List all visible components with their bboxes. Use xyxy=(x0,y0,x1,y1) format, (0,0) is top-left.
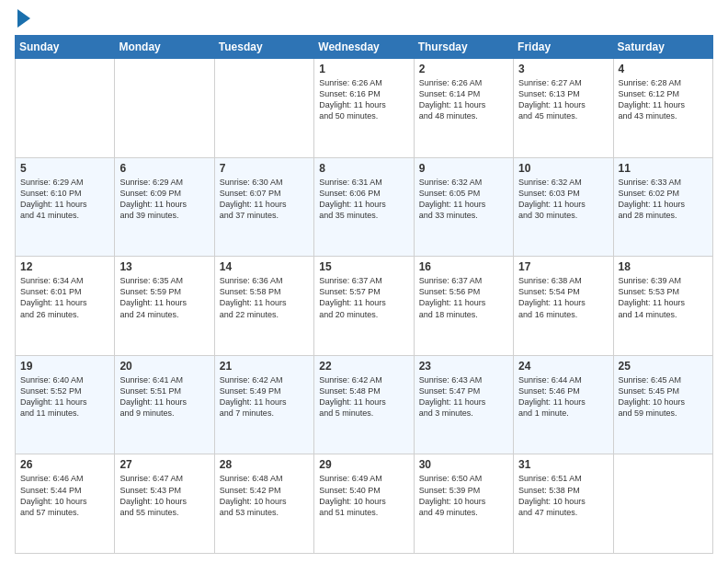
calendar-cell: 13Sunrise: 6:35 AM Sunset: 5:59 PM Dayli… xyxy=(115,257,214,356)
day-info: Sunrise: 6:51 AM Sunset: 5:38 PM Dayligh… xyxy=(518,473,608,518)
day-info: Sunrise: 6:43 AM Sunset: 5:47 PM Dayligh… xyxy=(419,374,508,419)
weekday-header-sunday: Sunday xyxy=(16,36,115,59)
weekday-header-saturday: Saturday xyxy=(613,36,712,59)
day-number: 19 xyxy=(20,360,109,373)
day-number: 10 xyxy=(518,162,608,175)
calendar-cell: 22Sunrise: 6:42 AM Sunset: 5:48 PM Dayli… xyxy=(314,355,414,454)
calendar-cell: 30Sunrise: 6:50 AM Sunset: 5:39 PM Dayli… xyxy=(414,454,513,554)
day-info: Sunrise: 6:37 AM Sunset: 5:57 PM Dayligh… xyxy=(319,275,408,320)
calendar-cell: 21Sunrise: 6:42 AM Sunset: 5:49 PM Dayli… xyxy=(214,355,313,454)
day-number: 27 xyxy=(119,458,209,471)
calendar-week-row: 12Sunrise: 6:34 AM Sunset: 6:01 PM Dayli… xyxy=(16,257,713,356)
day-info: Sunrise: 6:30 AM Sunset: 6:07 PM Dayligh… xyxy=(220,177,309,222)
day-info: Sunrise: 6:47 AM Sunset: 5:43 PM Dayligh… xyxy=(119,473,209,518)
day-info: Sunrise: 6:27 AM Sunset: 6:13 PM Dayligh… xyxy=(518,77,608,122)
day-number: 14 xyxy=(220,260,309,273)
page: SundayMondayTuesdayWednesdayThursdayFrid… xyxy=(0,0,728,563)
calendar-cell: 16Sunrise: 6:37 AM Sunset: 5:56 PM Dayli… xyxy=(414,257,513,356)
day-info: Sunrise: 6:37 AM Sunset: 5:56 PM Dayligh… xyxy=(419,275,508,320)
calendar-cell xyxy=(613,454,712,554)
day-info: Sunrise: 6:41 AM Sunset: 5:51 PM Dayligh… xyxy=(119,374,209,419)
calendar-cell: 18Sunrise: 6:39 AM Sunset: 5:53 PM Dayli… xyxy=(613,257,712,356)
calendar-cell: 24Sunrise: 6:44 AM Sunset: 5:46 PM Dayli… xyxy=(514,355,613,454)
calendar-cell: 9Sunrise: 6:32 AM Sunset: 6:05 PM Daylig… xyxy=(414,157,513,257)
day-info: Sunrise: 6:29 AM Sunset: 6:09 PM Dayligh… xyxy=(119,177,209,222)
day-number: 7 xyxy=(220,162,309,175)
day-number: 6 xyxy=(119,162,209,175)
day-number: 8 xyxy=(319,162,408,175)
day-info: Sunrise: 6:42 AM Sunset: 5:49 PM Dayligh… xyxy=(220,374,309,419)
day-number: 30 xyxy=(419,458,508,471)
day-info: Sunrise: 6:32 AM Sunset: 6:03 PM Dayligh… xyxy=(518,177,608,222)
weekday-header-tuesday: Tuesday xyxy=(214,36,313,59)
day-info: Sunrise: 6:46 AM Sunset: 5:44 PM Dayligh… xyxy=(20,473,109,518)
calendar-cell: 31Sunrise: 6:51 AM Sunset: 5:38 PM Dayli… xyxy=(514,454,613,554)
day-number: 24 xyxy=(518,360,608,373)
day-number: 15 xyxy=(319,260,408,273)
day-info: Sunrise: 6:28 AM Sunset: 6:12 PM Dayligh… xyxy=(619,77,708,122)
calendar-cell xyxy=(16,59,115,158)
day-number: 11 xyxy=(619,162,708,175)
calendar-cell: 27Sunrise: 6:47 AM Sunset: 5:43 PM Dayli… xyxy=(115,454,214,554)
calendar-cell: 6Sunrise: 6:29 AM Sunset: 6:09 PM Daylig… xyxy=(115,157,214,257)
day-info: Sunrise: 6:39 AM Sunset: 5:53 PM Dayligh… xyxy=(619,275,708,320)
calendar-cell: 25Sunrise: 6:45 AM Sunset: 5:45 PM Dayli… xyxy=(613,355,712,454)
calendar-cell: 4Sunrise: 6:28 AM Sunset: 6:12 PM Daylig… xyxy=(613,59,712,158)
calendar-cell: 11Sunrise: 6:33 AM Sunset: 6:02 PM Dayli… xyxy=(613,157,712,257)
calendar-cell: 3Sunrise: 6:27 AM Sunset: 6:13 PM Daylig… xyxy=(514,59,613,158)
day-number: 1 xyxy=(319,63,408,75)
day-info: Sunrise: 6:29 AM Sunset: 6:10 PM Dayligh… xyxy=(20,177,109,222)
calendar-cell: 23Sunrise: 6:43 AM Sunset: 5:47 PM Dayli… xyxy=(414,355,513,454)
header xyxy=(15,11,713,28)
day-info: Sunrise: 6:35 AM Sunset: 5:59 PM Dayligh… xyxy=(119,275,209,320)
day-number: 23 xyxy=(419,360,508,373)
weekday-header-friday: Friday xyxy=(514,36,613,59)
weekday-header-thursday: Thursday xyxy=(414,36,513,59)
calendar-cell: 7Sunrise: 6:30 AM Sunset: 6:07 PM Daylig… xyxy=(214,157,313,257)
calendar-cell: 8Sunrise: 6:31 AM Sunset: 6:06 PM Daylig… xyxy=(314,157,414,257)
calendar-week-row: 26Sunrise: 6:46 AM Sunset: 5:44 PM Dayli… xyxy=(16,454,713,554)
logo-text xyxy=(15,11,30,28)
day-number: 25 xyxy=(619,360,708,373)
day-number: 20 xyxy=(119,360,209,373)
day-number: 18 xyxy=(619,260,708,273)
weekday-header-monday: Monday xyxy=(115,36,214,59)
day-number: 21 xyxy=(220,360,309,373)
day-number: 26 xyxy=(20,458,109,471)
calendar-cell: 29Sunrise: 6:49 AM Sunset: 5:40 PM Dayli… xyxy=(314,454,414,554)
day-number: 12 xyxy=(20,260,109,273)
calendar-week-row: 5Sunrise: 6:29 AM Sunset: 6:10 PM Daylig… xyxy=(16,157,713,257)
day-info: Sunrise: 6:34 AM Sunset: 6:01 PM Dayligh… xyxy=(20,275,109,320)
calendar-week-row: 1Sunrise: 6:26 AM Sunset: 6:16 PM Daylig… xyxy=(16,59,713,158)
day-number: 13 xyxy=(119,260,209,273)
calendar-cell: 14Sunrise: 6:36 AM Sunset: 5:58 PM Dayli… xyxy=(214,257,313,356)
day-number: 9 xyxy=(419,162,508,175)
logo-arrow-icon xyxy=(17,9,30,28)
calendar-header-row: SundayMondayTuesdayWednesdayThursdayFrid… xyxy=(16,36,713,59)
calendar-cell: 15Sunrise: 6:37 AM Sunset: 5:57 PM Dayli… xyxy=(314,257,414,356)
day-info: Sunrise: 6:26 AM Sunset: 6:14 PM Dayligh… xyxy=(419,77,508,122)
day-info: Sunrise: 6:50 AM Sunset: 5:39 PM Dayligh… xyxy=(419,473,508,518)
day-number: 22 xyxy=(319,360,408,373)
calendar-cell: 5Sunrise: 6:29 AM Sunset: 6:10 PM Daylig… xyxy=(16,157,115,257)
day-number: 29 xyxy=(319,458,408,471)
day-number: 16 xyxy=(419,260,508,273)
calendar-table: SundayMondayTuesdayWednesdayThursdayFrid… xyxy=(15,35,713,554)
day-info: Sunrise: 6:49 AM Sunset: 5:40 PM Dayligh… xyxy=(319,473,408,518)
day-info: Sunrise: 6:48 AM Sunset: 5:42 PM Dayligh… xyxy=(220,473,309,518)
day-info: Sunrise: 6:26 AM Sunset: 6:16 PM Dayligh… xyxy=(319,77,408,122)
calendar-cell: 28Sunrise: 6:48 AM Sunset: 5:42 PM Dayli… xyxy=(214,454,313,554)
day-info: Sunrise: 6:38 AM Sunset: 5:54 PM Dayligh… xyxy=(518,275,608,320)
day-number: 31 xyxy=(518,458,608,471)
day-number: 2 xyxy=(419,63,508,75)
day-info: Sunrise: 6:36 AM Sunset: 5:58 PM Dayligh… xyxy=(220,275,309,320)
day-info: Sunrise: 6:42 AM Sunset: 5:48 PM Dayligh… xyxy=(319,374,408,419)
day-info: Sunrise: 6:33 AM Sunset: 6:02 PM Dayligh… xyxy=(619,177,708,222)
day-info: Sunrise: 6:32 AM Sunset: 6:05 PM Dayligh… xyxy=(419,177,508,222)
day-number: 17 xyxy=(518,260,608,273)
day-info: Sunrise: 6:40 AM Sunset: 5:52 PM Dayligh… xyxy=(20,374,109,419)
calendar-cell xyxy=(115,59,214,158)
calendar-cell: 17Sunrise: 6:38 AM Sunset: 5:54 PM Dayli… xyxy=(514,257,613,356)
calendar-week-row: 19Sunrise: 6:40 AM Sunset: 5:52 PM Dayli… xyxy=(16,355,713,454)
day-info: Sunrise: 6:31 AM Sunset: 6:06 PM Dayligh… xyxy=(319,177,408,222)
